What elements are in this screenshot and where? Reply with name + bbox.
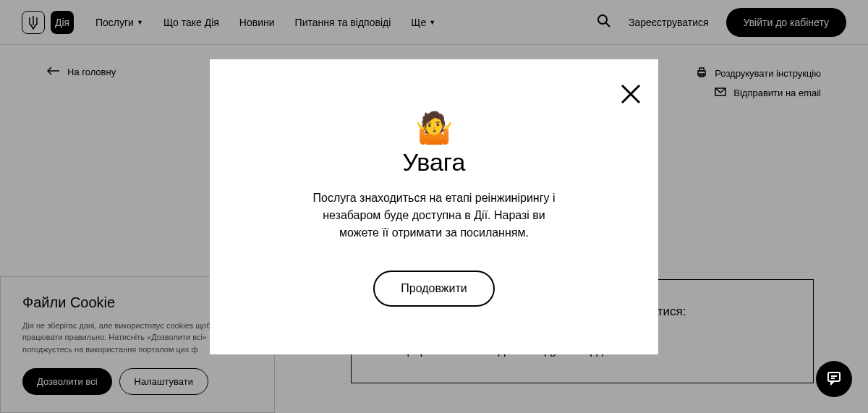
modal-overlay[interactable]: 🤷 Увага Послуга знаходиться на етапі реі…	[0, 0, 868, 413]
modal-title: Увага	[253, 148, 615, 176]
modal: 🤷 Увага Послуга знаходиться на етапі реі…	[210, 59, 658, 354]
modal-text: Послуга знаходиться на етапі реінжинірин…	[304, 190, 564, 242]
chat-icon	[826, 370, 842, 388]
chat-fab[interactable]	[816, 361, 852, 397]
shrug-emoji-icon: 🤷	[253, 110, 615, 145]
close-icon[interactable]	[618, 81, 644, 107]
continue-button[interactable]: Продовжити	[373, 271, 494, 307]
